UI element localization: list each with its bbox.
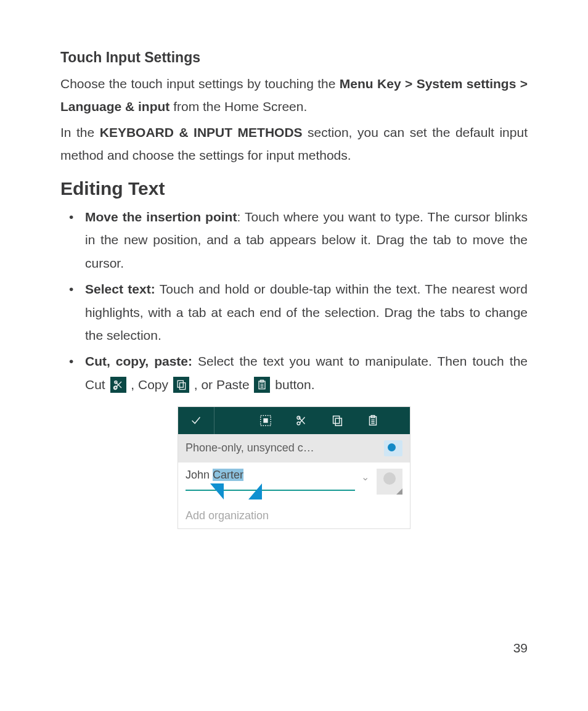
item-text: button. xyxy=(271,377,314,392)
paste-button[interactable] xyxy=(355,407,391,434)
paste-icon xyxy=(366,414,380,427)
item-label: Cut, copy, paste: xyxy=(85,354,192,368)
page-number: 39 xyxy=(513,641,528,656)
paragraph-keyboard-methods: In the KEYBOARD & INPUT METHODS section,… xyxy=(60,121,528,167)
contact-avatar[interactable] xyxy=(377,469,402,495)
name-input-row: John Carter ⌄ xyxy=(178,462,410,495)
text: Choose the touch input settings by touch… xyxy=(60,76,340,91)
svg-point-4 xyxy=(114,386,116,388)
svg-rect-6 xyxy=(179,383,185,390)
select-all-icon xyxy=(259,414,272,427)
section-heading-editing-text: Editing Text xyxy=(60,178,528,199)
selection-toolbar xyxy=(178,407,410,434)
select-all-button[interactable] xyxy=(248,407,284,434)
cut-button[interactable] xyxy=(284,407,319,434)
check-icon xyxy=(189,414,203,427)
example-screenshot: Phone-only, unsynced c… John Carter ⌄ Ad… xyxy=(178,406,410,529)
selected-text: Carter xyxy=(213,469,243,481)
paragraph-touch-input-path: Choose the touch input settings by touch… xyxy=(60,72,528,118)
copy-icon xyxy=(173,377,189,393)
done-button[interactable] xyxy=(178,407,214,434)
cut-icon xyxy=(110,377,126,393)
selection-handle-right[interactable] xyxy=(248,483,262,499)
item-label: Move the insertion point xyxy=(85,210,237,224)
svg-rect-10 xyxy=(263,418,267,422)
name-text-pre: John xyxy=(186,469,213,481)
list-item: Move the insertion point: Touch where yo… xyxy=(85,205,528,275)
item-label: Select text: xyxy=(85,282,155,296)
item-text: , or Paste xyxy=(190,377,253,392)
item-text: , Copy xyxy=(128,377,172,392)
section-heading-touch-input: Touch Input Settings xyxy=(60,49,528,66)
svg-rect-13 xyxy=(333,416,340,424)
list-item: Cut, copy, paste: Select the text you wa… xyxy=(85,350,528,397)
account-row[interactable]: Phone-only, unsynced c… xyxy=(178,434,410,462)
contact-icon xyxy=(384,440,402,456)
copy-button[interactable] xyxy=(319,407,355,434)
cut-icon xyxy=(295,414,308,427)
paste-icon xyxy=(254,377,270,393)
svg-rect-5 xyxy=(178,380,183,387)
selection-handle-left[interactable] xyxy=(210,483,224,499)
account-label: Phone-only, unsynced c… xyxy=(186,442,314,454)
section-name: KEYBOARD & INPUT METHODS xyxy=(100,125,303,139)
svg-rect-14 xyxy=(335,418,341,425)
list-item: Select text: Touch and hold or double-ta… xyxy=(85,277,528,347)
svg-point-12 xyxy=(297,422,300,425)
text: from the Home Screen. xyxy=(169,99,307,113)
add-organization-hint[interactable]: Add organization xyxy=(178,495,410,528)
name-input[interactable]: John Carter xyxy=(186,469,355,491)
copy-icon xyxy=(330,414,344,427)
text: In the xyxy=(60,125,100,139)
expand-chevron-icon[interactable]: ⌄ xyxy=(361,471,369,483)
editing-text-list: Move the insertion point: Touch where yo… xyxy=(60,205,528,397)
